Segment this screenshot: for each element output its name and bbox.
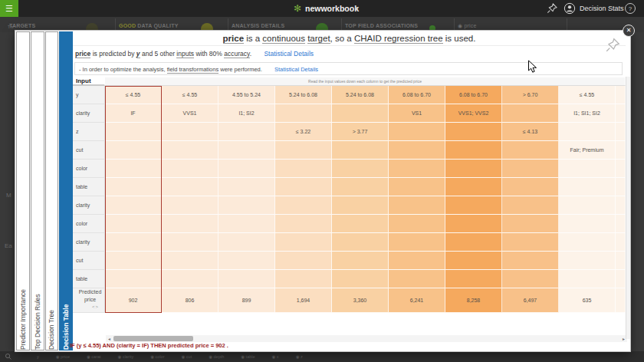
decision-cell[interactable]: 5.24 to 6.08: [275, 86, 332, 104]
statistical-details-link-2[interactable]: Statistical Details: [274, 66, 318, 73]
decision-cell[interactable]: [162, 141, 219, 160]
decision-cell[interactable]: [162, 215, 219, 233]
decision-cell[interactable]: [219, 141, 275, 160]
decision-cell[interactable]: [275, 233, 332, 252]
decision-cell[interactable]: [219, 215, 275, 233]
decision-cell[interactable]: [105, 270, 162, 288]
decision-cell[interactable]: [389, 160, 445, 178]
decision-cell[interactable]: I1; SI2: [219, 104, 275, 123]
decision-cell[interactable]: [389, 215, 445, 233]
decision-cell[interactable]: [105, 141, 162, 160]
predicted-price-cell[interactable]: 3,360: [332, 288, 389, 313]
decision-cell[interactable]: [105, 123, 162, 141]
hamburger-menu-button[interactable]: ☰: [0, 0, 18, 17]
decision-cell[interactable]: 4.55 to 5.24: [219, 86, 275, 104]
decision-cell[interactable]: [219, 178, 275, 196]
decision-cell[interactable]: [275, 252, 332, 270]
decision-cell[interactable]: ≤ 4.55: [162, 86, 219, 104]
decision-cell[interactable]: [219, 160, 275, 178]
decision-cell[interactable]: [559, 215, 616, 233]
decision-cell[interactable]: Fair; Premium: [559, 141, 616, 160]
decision-cell[interactable]: [616, 86, 626, 104]
decision-cell[interactable]: [105, 233, 162, 252]
decision-cell[interactable]: [105, 178, 162, 196]
decision-cell[interactable]: [162, 233, 219, 252]
decision-cell[interactable]: [332, 104, 389, 123]
decision-cell[interactable]: [559, 160, 616, 178]
decision-cell[interactable]: [275, 160, 332, 178]
decision-cell[interactable]: [616, 270, 626, 288]
pin-dialog-icon[interactable]: [604, 37, 621, 54]
decision-cell[interactable]: [389, 141, 445, 160]
decision-cell[interactable]: ≤ 3.22: [275, 123, 332, 141]
decision-cell[interactable]: [275, 178, 332, 196]
decision-cell[interactable]: [616, 160, 626, 178]
decision-cell[interactable]: VS1: [389, 104, 445, 123]
decision-cell[interactable]: [445, 123, 502, 141]
sort-icon[interactable]: <>: [92, 304, 99, 310]
statistical-details-link[interactable]: Statistical Details: [264, 50, 314, 58]
workbook-title[interactable]: newworkbook: [305, 4, 359, 13]
tab-decision-table[interactable]: Decision Table: [59, 31, 73, 350]
predicted-price-cell[interactable]: 6,497: [502, 288, 559, 313]
predicted-price-cell[interactable]: [616, 288, 626, 313]
decision-cell[interactable]: [219, 233, 275, 252]
decision-cell[interactable]: [105, 252, 162, 270]
decision-cell[interactable]: ≤ 4.55: [105, 86, 162, 104]
decision-cell[interactable]: [162, 252, 219, 270]
decision-cell[interactable]: [389, 178, 445, 196]
decision-cell[interactable]: ≤ 4.13: [502, 123, 559, 141]
decision-cell[interactable]: [502, 141, 559, 160]
decision-cell[interactable]: [445, 141, 502, 160]
decision-cell[interactable]: [332, 270, 389, 288]
decision-cell[interactable]: [616, 215, 626, 233]
decision-cell[interactable]: [389, 233, 445, 252]
tab-top-decision-rules[interactable]: Top Decision Rules: [31, 31, 44, 350]
decision-cell[interactable]: [275, 270, 332, 288]
scrollbar-thumb[interactable]: [113, 336, 193, 341]
decision-cell[interactable]: [502, 270, 559, 288]
vertical-scrollbar[interactable]: [626, 77, 630, 339]
predicted-price-cell[interactable]: 8,258: [445, 288, 502, 313]
decision-cell[interactable]: > 6.70: [502, 86, 559, 104]
decision-cell[interactable]: [616, 196, 626, 215]
predicted-price-cell[interactable]: 806: [162, 288, 219, 313]
decision-cell[interactable]: [332, 215, 389, 233]
predicted-price-cell[interactable]: 902: [105, 288, 162, 313]
decision-cell[interactable]: [616, 104, 626, 123]
decision-cell[interactable]: [275, 196, 332, 215]
decision-cell[interactable]: [502, 196, 559, 215]
decision-cell[interactable]: [389, 252, 445, 270]
help-button[interactable]: ?: [625, 3, 636, 14]
workbook-dropdown-caret-icon[interactable]: ▾: [355, 5, 359, 12]
tab-decision-tree[interactable]: Decision Tree: [45, 31, 59, 350]
predicted-price-cell[interactable]: 899: [219, 288, 275, 313]
scrollbar-track[interactable]: [113, 336, 620, 341]
decision-cell[interactable]: [105, 160, 162, 178]
decision-cell[interactable]: 6.08 to 6.70: [445, 86, 502, 104]
decision-cell[interactable]: [502, 215, 559, 233]
decision-cell[interactable]: [445, 160, 502, 178]
decision-cell[interactable]: [162, 196, 219, 215]
decision-cell[interactable]: [502, 104, 559, 123]
pin-icon[interactable]: [546, 2, 558, 15]
decision-cell[interactable]: [616, 178, 626, 196]
decision-cell[interactable]: [559, 178, 616, 196]
predicted-price-cell[interactable]: 6,241: [389, 288, 445, 313]
decision-cell[interactable]: [616, 141, 626, 160]
decision-cell[interactable]: [332, 196, 389, 215]
decision-cell[interactable]: [445, 233, 502, 252]
decision-cell[interactable]: > 3.77: [332, 123, 389, 141]
decision-cell[interactable]: [445, 196, 502, 215]
decision-cell[interactable]: VVS1: [162, 104, 219, 123]
decision-cell[interactable]: [445, 178, 502, 196]
decision-cell[interactable]: [275, 215, 332, 233]
decision-cell[interactable]: [616, 252, 626, 270]
decision-cell[interactable]: [105, 215, 162, 233]
decision-cell[interactable]: [559, 233, 616, 252]
decision-cell[interactable]: [162, 270, 219, 288]
decision-cell[interactable]: [616, 123, 626, 141]
decision-cell[interactable]: [502, 252, 559, 270]
user-avatar-icon[interactable]: [564, 2, 576, 15]
decision-cell[interactable]: [502, 160, 559, 178]
